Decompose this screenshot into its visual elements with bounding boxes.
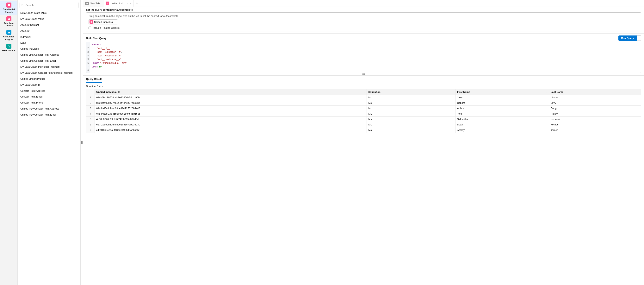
column-header[interactable]: First Name — [456, 89, 549, 95]
rail-item-data-graphs[interactable]: Data Graphs — [0, 43, 18, 54]
query-title: Build Your Query — [86, 37, 106, 40]
tree-item[interactable]: Account Contact — [18, 22, 80, 28]
panel-resize-handle[interactable] — [80, 0, 83, 285]
search-icon — [21, 4, 24, 7]
table-cell: Ripley — [549, 111, 641, 117]
svg-point-15 — [363, 74, 364, 74]
table-cell: 667f2b659d82d4cb961b81c7bb93d030 — [95, 122, 367, 127]
include-related-checkbox[interactable] — [88, 27, 91, 29]
run-query-button[interactable]: Run Query — [618, 36, 637, 41]
chip-label: Unified Individual — [94, 21, 113, 24]
table-cell: 8608b9f028a77452a4c434ec97ea96bd — [95, 100, 367, 106]
rail-label: Calculated Insights — [3, 36, 14, 41]
chevron-down-icon[interactable] — [126, 2, 128, 4]
table-row[interactable]: 7c43918a5ceaa5f13dde492643ae6abb8Ms.Ashl… — [86, 127, 641, 133]
table-cell: 084bf8e189508bdc7e2265da56b1f90b — [95, 95, 367, 100]
tree-item-label: Unified Link Contact Point Email — [20, 59, 74, 63]
rail-label: Data Model Objects — [3, 8, 15, 13]
rail-item-data-model-objects[interactable]: Data Model Objects — [0, 1, 18, 15]
include-related-row: Include Related Objects — [88, 26, 638, 29]
tab-label: Unified Indi... — [110, 2, 125, 5]
tree-item[interactable]: Contact Point Phone — [18, 100, 80, 106]
tree-item-label: Unified Indv Contact Point Address — [20, 107, 74, 111]
tree-item-label: My Data Graph Value — [20, 18, 74, 21]
chevron-down-icon — [76, 66, 78, 68]
chevron-down-icon — [76, 42, 78, 44]
svg-point-8 — [82, 141, 82, 142]
table-cell: 4c38b0626c69c754747fb215a897d3df — [95, 117, 367, 122]
chevron-down-icon — [76, 108, 78, 110]
column-header[interactable]: Salutation — [367, 89, 456, 95]
tree-item[interactable]: Unified Link Contact Point Address — [18, 52, 80, 58]
tree-item-label: My Data Graph Id — [20, 83, 74, 87]
tree-item-label: Account Contact — [20, 24, 74, 27]
tree-item-label: Contact Point Phone — [20, 101, 74, 105]
tree-item-label: Unified Indv Contact Point Email — [20, 113, 74, 117]
table-cell: 6 — [86, 122, 95, 127]
tree-item-label: Lead — [20, 41, 74, 45]
chip-remove-icon[interactable] — [114, 21, 116, 23]
tree-item-label: My Data Graph Individual Fragment — [20, 65, 74, 69]
tree-item[interactable]: Individual — [18, 34, 80, 40]
chip-object-icon — [90, 20, 93, 24]
tree-item[interactable]: Unified Indv Contact Point Address — [18, 106, 80, 112]
tree-item-label: Unified Link Individual — [20, 77, 74, 81]
close-icon[interactable] — [130, 2, 131, 4]
tree-item[interactable]: Lead — [18, 40, 80, 46]
tree-item[interactable]: Unified Individual — [18, 46, 80, 52]
tree-item[interactable]: Unified Link Contact Point Email — [18, 58, 80, 64]
tree-item[interactable]: Account — [18, 28, 80, 34]
include-related-label: Include Related Objects — [93, 26, 120, 29]
column-header[interactable]: Last Name — [549, 89, 641, 95]
context-heading: Set the query context for autocomplete. — [86, 8, 641, 11]
editor-code[interactable]: SELECT "ssot__Id__c", "ssot__Salutation_… — [90, 42, 641, 73]
table-cell: Ms. — [367, 117, 456, 122]
tree-item[interactable]: Data Graph State Table — [18, 10, 80, 16]
chevron-down-icon — [76, 84, 78, 86]
run-query-dropdown[interactable] — [637, 36, 641, 41]
tab-unified-individual[interactable]: Unified Indi... — [104, 1, 134, 7]
chevron-down-icon — [76, 12, 78, 14]
query-editor[interactable]: 12345678 SELECT "ssot__Id__c", "ssot__Sa… — [86, 42, 641, 73]
table-row[interactable]: 28608b9f028a77452a4c434ec97ea96bdMs.Baba… — [86, 100, 641, 106]
table-row[interactable]: 54c38b0626c69c754747fb215a897d3dfMs.Sidd… — [86, 117, 641, 122]
tree-item[interactable]: Contact Point Address — [18, 88, 80, 94]
chevron-down-icon — [76, 48, 78, 50]
rail-label: Data Graphs — [2, 49, 15, 52]
column-header[interactable]: Unified Individual Id — [95, 89, 367, 95]
search-input[interactable] — [20, 2, 78, 8]
table-cell: Levy — [549, 100, 641, 106]
chevron-down-icon — [76, 54, 78, 56]
editor-resize-handle[interactable] — [86, 73, 641, 75]
tree-item[interactable]: My Data Graph Individual Fragment — [18, 64, 80, 70]
main-area: New Tab 1 Unified Indi... + Set the quer… — [83, 0, 644, 285]
tree-item[interactable]: Unified Indv Contact Point Email — [18, 112, 80, 118]
table-row[interactable]: 1084bf8e189508bdc7e2265da56b1f90bMr.Jake… — [86, 95, 641, 100]
table-cell: 7 — [86, 127, 95, 133]
table-cell: Arthur — [456, 106, 549, 111]
add-tab-button[interactable]: + — [134, 1, 140, 6]
tree-item[interactable]: Contact Point Email — [18, 94, 80, 100]
table-cell: Ashley — [456, 127, 549, 133]
chevron-down-icon — [546, 91, 548, 93]
table-row[interactable]: 301434d3a8cf4ad69ce31492502884a43Mr.Arth… — [86, 106, 641, 111]
rail-item-calculated-insights[interactable]: Calculated Insights — [0, 29, 18, 43]
tab-new-tab-1[interactable]: New Tab 1 — [83, 0, 104, 7]
rail-item-data-lake-objects[interactable]: Data Lake Objects — [0, 15, 18, 29]
tree-item[interactable]: My Data Graph Id — [18, 82, 80, 88]
tree-item[interactable]: My Data Graph ContactPointAddress Fragme… — [18, 70, 80, 76]
insights-icon — [6, 30, 12, 35]
table-cell: Babara — [456, 100, 549, 106]
tree-item-label: Unified Link Contact Point Address — [20, 53, 74, 57]
svg-point-7 — [81, 141, 82, 142]
tree-item[interactable]: Unified Link Individual — [18, 76, 80, 82]
table-row[interactable]: 6667f2b659d82d4cb961b81c7bb93d030Mr.Sean… — [86, 122, 641, 127]
svg-point-11 — [81, 143, 82, 144]
chevron-down-icon — [76, 102, 78, 104]
table-row[interactable]: 4e4d44aabf1ae45b8bee626e4545b1585Mr.TomR… — [86, 111, 641, 117]
tree-item[interactable]: My Data Graph Value — [18, 16, 80, 22]
context-chip[interactable]: Unified Individual — [88, 19, 118, 25]
table-cell: c43918a5ceaa5f13dde492643ae6abb8 — [95, 127, 367, 133]
results-tab-query-result[interactable]: Query Result — [86, 76, 102, 83]
data-lake-icon — [6, 16, 12, 21]
